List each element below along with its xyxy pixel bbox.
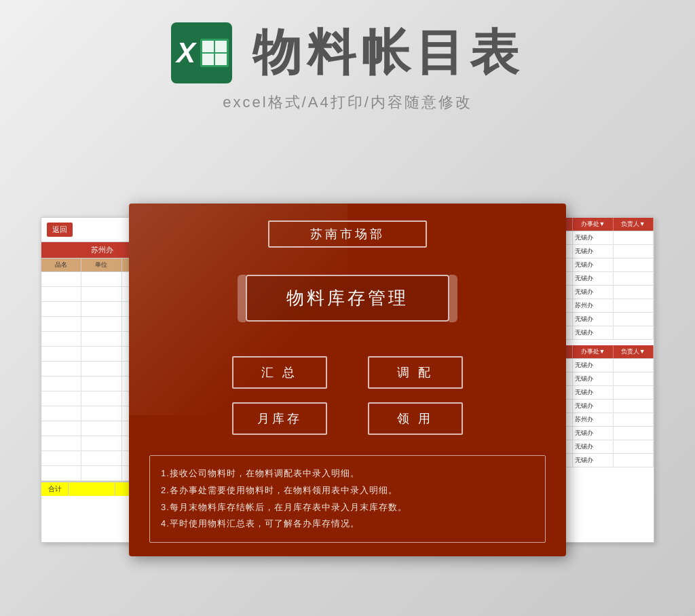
cell [614,372,654,385]
cell: 无锡办 [573,245,613,258]
rh2-person: 负责人▼ [614,345,654,358]
cell [81,377,121,391]
cell [41,421,81,436]
buttons-grid: 汇 总 调 配 月库存 领 用 [232,356,463,435]
header-section: X 物料帐目表 excel格式/A4打印/内容随意修改 [0,20,695,113]
excel-icon: X [171,22,232,83]
cell [614,313,654,326]
cell [81,466,121,480]
cell: 无锡办 [573,313,613,326]
content-area: 返回 苏州办 品名 单位 单价(元) [41,204,654,577]
total-label: 合计 [41,482,69,496]
cell: 苏州办 [573,299,613,312]
scroll-body: 物料库存管理 [246,275,449,322]
instruction-4: 4.平时使用物料汇总表，可了解各办库存情况。 [161,516,534,533]
cell [614,258,654,271]
cell [81,332,121,346]
cell [614,272,654,285]
rh-person: 负责人▼ [614,218,654,231]
cell [41,451,81,465]
cell [614,413,654,426]
cell [81,406,121,421]
cell [41,406,81,421]
col-unit: 单位 [81,258,121,271]
cell: 无锡办 [573,272,613,285]
cell [41,302,81,316]
rh2-office: 办事处▼ [573,345,613,358]
total-value [69,482,115,496]
header-top: X 物料帐目表 [171,20,524,85]
cell [81,302,121,316]
cell: 无锡办 [573,326,613,339]
cell: 无锡办 [573,258,613,271]
cell [614,359,654,372]
cell: 无锡办 [573,427,613,440]
cell [81,287,121,301]
cell [81,451,121,465]
cell [41,391,81,406]
requisition-button[interactable]: 领 用 [368,402,463,435]
cell: 无锡办 [573,400,613,412]
panel-title: 苏南市场部 [268,220,427,248]
cell [81,421,121,436]
cell [81,317,121,331]
monthly-button[interactable]: 月库存 [232,402,327,435]
main-title: 物料帐目表 [252,20,524,85]
return-button[interactable]: 返回 [47,223,73,237]
cell [41,287,81,301]
cell [41,317,81,331]
instruction-3: 3.每月末物料库存结帐后，在月库存表中录入月末库存数。 [161,499,534,516]
scroll-left-cap [238,275,246,322]
grid-cell-3 [202,54,214,65]
col-name: 品名 [41,258,81,271]
cell [614,286,654,299]
cell [614,245,654,258]
cell [41,436,81,450]
cell [81,362,121,376]
cell [614,299,654,312]
main-panel: 苏南市场部 物料库存管理 汇 总 调 配 月库存 领 用 1.接收公司物料时，在… [129,204,566,556]
cell: 无锡办 [573,454,613,467]
cell: 无锡办 [573,231,613,244]
cell [614,440,654,453]
summary-button[interactable]: 汇 总 [232,356,327,389]
cell [81,347,121,361]
instruction-1: 1.接收公司物料时，在物料调配表中录入明细。 [161,465,534,482]
grid-cell-1 [202,41,214,52]
dispatch-button[interactable]: 调 配 [368,356,463,389]
cell [41,362,81,376]
cell [41,332,81,346]
cell [614,231,654,244]
cell: 无锡办 [573,286,613,299]
cell [41,466,81,480]
instruction-2: 2.各办事处需要使用物料时，在物料领用表中录入明细。 [161,482,534,499]
cell [41,377,81,391]
grid-cell-2 [215,41,227,52]
excel-x-letter: X [176,37,195,69]
cell [614,386,654,399]
cell [614,326,654,339]
cell [81,272,121,286]
cell [614,454,654,467]
cell [81,436,121,450]
sub-title: excel格式/A4打印/内容随意修改 [223,92,472,113]
cell: 无锡办 [573,440,613,453]
cell [41,347,81,361]
rh-office: 办事处▼ [573,218,613,231]
cell [81,391,121,406]
cell: 无锡办 [573,359,613,372]
cell [614,427,654,440]
cell: 无锡办 [573,386,613,399]
cell: 无锡办 [573,372,613,385]
excel-icon-inner: X [171,22,232,83]
main-label: 物料库存管理 [286,288,409,308]
scroll-decoration: 物料库存管理 [246,275,449,329]
cell: 苏州办 [573,413,613,426]
instructions-box: 1.接收公司物料时，在物料调配表中录入明细。 2.各办事处需要使用物料时，在物料… [149,455,546,543]
cell [41,272,81,286]
scroll-right-cap [449,275,457,322]
cell [614,400,654,412]
excel-grid [200,39,229,67]
grid-cell-4 [215,54,227,65]
